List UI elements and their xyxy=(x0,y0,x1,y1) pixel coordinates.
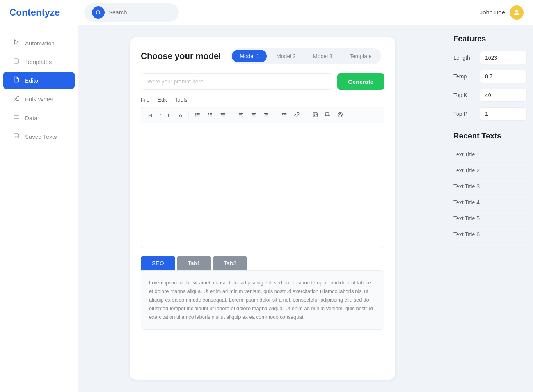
recent-item-5[interactable]: Text Title 5 xyxy=(453,211,527,227)
sidebar-item-saved-texts[interactable]: Saved Texts xyxy=(3,128,75,145)
model-tab-model1[interactable]: Model 1 xyxy=(232,50,267,62)
bottom-tab-tab2[interactable]: Tab2 xyxy=(213,256,247,270)
svg-point-36 xyxy=(314,114,315,114)
model-tabs: Model 1 Model 2 Model 3 Template xyxy=(230,48,381,64)
sidebar-label-templates: Templates xyxy=(25,59,52,65)
toolbar-font-color[interactable]: A xyxy=(176,111,185,120)
sidebar-label-bulk-writer: Bulk Writer xyxy=(25,96,53,103)
bottom-tabs: SEO Tab1 Tab2 xyxy=(141,256,384,270)
features-title: Features xyxy=(453,34,527,43)
editor-panel: Choose your model Model 1 Model 2 Model … xyxy=(130,37,395,380)
saved-texts-icon xyxy=(12,133,20,140)
svg-point-40 xyxy=(340,113,341,114)
bottom-content: Lorem ipsum dolor sit amet, consectetur … xyxy=(141,270,384,330)
feature-input-topp[interactable] xyxy=(480,107,527,121)
toolbar-bold[interactable]: B xyxy=(146,111,155,120)
feature-input-temp[interactable] xyxy=(480,70,527,83)
svg-marker-3 xyxy=(14,40,18,44)
data-icon xyxy=(12,114,20,122)
sidebar-item-data[interactable]: Data xyxy=(3,109,75,126)
menu-tools[interactable]: Tools xyxy=(175,96,188,104)
prompt-row: Generate xyxy=(141,73,384,90)
bottom-tab-seo[interactable]: SEO xyxy=(141,256,175,270)
editor-toolbar: B I U A xyxy=(141,107,384,123)
feature-row-topk: Top K xyxy=(453,89,527,102)
sidebar-item-automation[interactable]: Automation xyxy=(3,34,75,51)
svg-point-2 xyxy=(515,10,518,12)
toolbar-divider-2 xyxy=(232,112,232,119)
feature-input-topk[interactable] xyxy=(480,89,527,102)
feature-label-topp: Top P xyxy=(453,111,473,117)
toolbar-outdent[interactable] xyxy=(279,110,290,120)
toolbar-palette[interactable] xyxy=(335,110,345,120)
toolbar-video[interactable] xyxy=(323,110,333,120)
toolbar-align-center[interactable] xyxy=(249,110,259,120)
search-input[interactable] xyxy=(108,9,171,16)
toolbar-ul[interactable] xyxy=(193,110,203,120)
menu-file[interactable]: File xyxy=(141,96,150,104)
recent-item-2[interactable]: Text Title 2 xyxy=(453,163,527,179)
toolbar-align-left[interactable] xyxy=(236,110,246,120)
toolbar-underline[interactable]: U xyxy=(165,111,174,120)
header-right: John Doe xyxy=(480,5,524,20)
templates-icon xyxy=(12,58,20,66)
model-tab-template[interactable]: Template xyxy=(342,50,380,62)
svg-line-1 xyxy=(99,13,101,14)
model-selector: Choose your model Model 1 Model 2 Model … xyxy=(141,48,384,64)
sidebar-label-automation: Automation xyxy=(25,40,55,46)
search-button[interactable] xyxy=(92,6,105,19)
editor-icon xyxy=(12,76,20,84)
recent-item-3[interactable]: Text Title 3 xyxy=(453,179,527,195)
toolbar-italic[interactable]: I xyxy=(157,111,163,120)
model-label: Choose your model xyxy=(141,51,221,61)
svg-point-0 xyxy=(96,10,100,14)
automation-icon xyxy=(12,39,20,47)
sidebar-item-editor[interactable]: Editor xyxy=(3,72,75,89)
toolbar-indent[interactable] xyxy=(218,110,228,120)
toolbar-divider-1 xyxy=(188,112,189,119)
recent-item-4[interactable]: Text Title 4 xyxy=(453,195,527,211)
svg-rect-4 xyxy=(14,59,19,63)
editor-menu: File Edit Tools xyxy=(141,96,384,104)
svg-point-13 xyxy=(196,114,196,115)
model-tab-model2[interactable]: Model 2 xyxy=(268,50,304,62)
toolbar-ol-center[interactable] xyxy=(205,110,215,120)
svg-rect-37 xyxy=(326,113,329,116)
svg-point-39 xyxy=(339,114,340,115)
sidebar-label-data: Data xyxy=(25,115,37,121)
recent-texts-title: Recent Texts xyxy=(453,131,527,140)
sidebar-label-saved-texts: Saved Texts xyxy=(25,133,57,140)
feature-input-length[interactable] xyxy=(480,51,527,64)
feature-label-temp: Temp xyxy=(453,73,473,80)
bottom-tab-tab1[interactable]: Tab1 xyxy=(177,256,211,270)
menu-edit[interactable]: Edit xyxy=(158,96,167,104)
sidebar-item-templates[interactable]: Templates xyxy=(3,53,75,70)
toolbar-link[interactable] xyxy=(292,110,302,120)
svg-point-41 xyxy=(341,114,342,115)
feature-row-topp: Top P xyxy=(453,107,527,121)
avatar xyxy=(510,5,524,20)
feature-label-length: Length xyxy=(453,55,473,61)
svg-point-12 xyxy=(196,113,196,114)
toolbar-divider-4 xyxy=(306,112,306,119)
user-name: John Doe xyxy=(480,9,505,16)
feature-row-length: Length xyxy=(453,51,527,64)
editor-area[interactable] xyxy=(141,123,384,248)
recent-item-6[interactable]: Text Title 6 xyxy=(453,227,527,243)
bulk-writer-icon xyxy=(12,95,20,103)
toolbar-align-right[interactable] xyxy=(261,110,271,120)
sidebar: Automation Templates Editor Bulk Writer … xyxy=(0,25,78,392)
toolbar-divider-3 xyxy=(275,112,275,119)
prompt-input[interactable] xyxy=(141,73,332,90)
right-panel: Features Length Temp Top K Top P Recent … xyxy=(447,25,533,392)
search-bar xyxy=(84,3,179,22)
toolbar-image[interactable] xyxy=(310,110,320,120)
recent-item-1[interactable]: Text Title 1 xyxy=(453,147,527,163)
model-tab-model3[interactable]: Model 3 xyxy=(305,50,340,62)
svg-point-14 xyxy=(196,116,196,116)
app-logo: Contentyze xyxy=(9,7,72,18)
sidebar-item-bulk-writer[interactable]: Bulk Writer xyxy=(3,90,75,108)
generate-button[interactable]: Generate xyxy=(337,73,384,90)
sidebar-label-editor: Editor xyxy=(25,77,40,84)
main-content: Choose your model Model 1 Model 2 Model … xyxy=(78,25,447,392)
